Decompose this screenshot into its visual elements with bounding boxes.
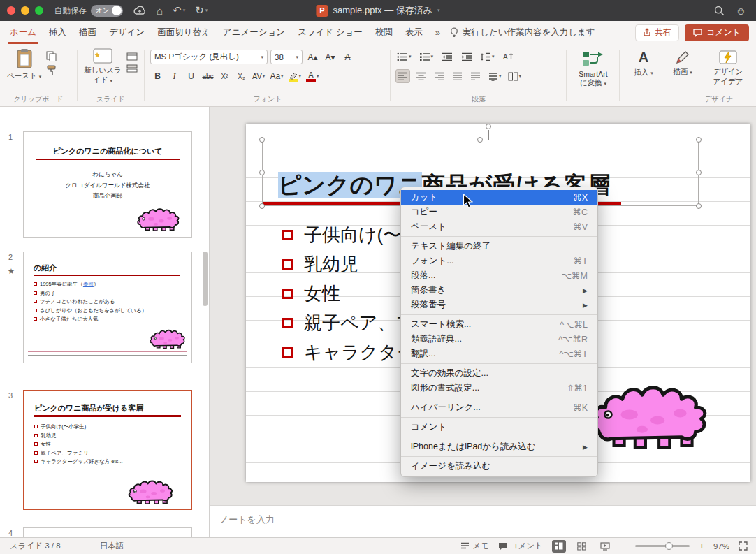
resize-handle-mid-right[interactable] [696, 170, 702, 175]
slide-thumbnail-3-selected[interactable]: ピンクのワニ商品が受ける客層 子供向け(〜小学生) 乳幼児 女性 親子ペア、ファ… [23, 390, 192, 510]
numbering-button[interactable]: ▾ [418, 50, 435, 64]
context-menu-item-format-shape[interactable]: 図形の書式設定...⇧⌘1 [401, 381, 597, 395]
redo-button[interactable]: ↻ ▾ [195, 4, 208, 17]
tab-review[interactable]: 校閲 [375, 21, 393, 44]
context-menu-item-text-effects[interactable]: 文字の効果の設定... [401, 366, 597, 381]
tab-draw[interactable]: 描画 [79, 21, 96, 44]
context-menu-item-import-image[interactable]: イメージを読み込む [401, 459, 597, 474]
grow-font-button[interactable]: A▴ [305, 50, 320, 64]
text-direction-button[interactable]: A [501, 50, 516, 64]
subscript-button[interactable]: X₂ [234, 69, 249, 83]
feedback-smiley-button[interactable]: ☺ [736, 5, 746, 17]
undo-dropdown-caret-icon[interactable]: ▾ [183, 8, 186, 13]
resize-handle-top-center[interactable] [477, 137, 483, 143]
tab-insert[interactable]: 挿入 [49, 21, 66, 44]
slide-section-button[interactable] [126, 64, 138, 73]
character-spacing-button[interactable]: AV▾ [251, 69, 266, 83]
slideshow-view-button[interactable] [598, 540, 612, 553]
underline-button[interactable]: U [184, 69, 198, 83]
zoom-slider-knob[interactable] [665, 542, 673, 550]
change-case-button[interactable]: Aa▾ [268, 69, 284, 83]
context-menu-item-font[interactable]: フォント...⌘T [401, 254, 597, 268]
draw-shape-button[interactable]: 描画 ▾ [665, 50, 700, 77]
convert-to-smartart-button[interactable]: SmartArtに変換 ▾ [570, 50, 616, 88]
resize-handle-bottom-right[interactable] [696, 203, 702, 209]
zoom-slider[interactable] [635, 545, 690, 547]
bold-button[interactable]: B [150, 69, 165, 83]
title-chevron-icon[interactable]: ▾ [437, 8, 440, 13]
context-menu-item-comment[interactable]: コメント [401, 420, 597, 435]
tab-slideshow[interactable]: スライド ショー [298, 21, 363, 44]
autosave-toggle[interactable]: オン [91, 5, 123, 17]
shrink-font-button[interactable]: A▾ [323, 50, 337, 64]
slide-sorter-view-button[interactable] [575, 540, 589, 553]
text-highlight-button[interactable]: ▾ [287, 69, 303, 83]
pink-crocodile-image[interactable] [590, 379, 710, 453]
autosave-control[interactable]: 自動保存 オン [54, 5, 123, 17]
design-ideas-button[interactable]: デザインアイデア [704, 50, 752, 87]
columns-button[interactable]: ▾ [507, 69, 523, 83]
context-menu-item-hyperlink[interactable]: ハイパーリンク...⌘K [401, 400, 597, 415]
distribute-text-button[interactable] [468, 69, 483, 83]
context-menu-item-paragraph[interactable]: 段落...⌥⌘M [401, 268, 597, 283]
reference-link[interactable]: 参照 [83, 281, 94, 287]
thumbnail-scrollbar[interactable] [203, 252, 208, 306]
notes-toggle-button[interactable]: メモ [460, 541, 489, 551]
italic-button[interactable]: I [167, 69, 182, 83]
search-button[interactable] [714, 6, 725, 16]
superscript-button[interactable]: X² [217, 69, 232, 83]
context-menu-item-import-from-iphone-ipad[interactable]: iPhoneまたはiPadから読み込む▶ [401, 439, 597, 454]
resize-handle-top-right[interactable] [696, 137, 702, 143]
increase-indent-button[interactable] [459, 50, 474, 64]
slide-thumbnail-1[interactable]: ピンクのワニの商品化について わにちゃん クロコダイルワールド株式会社 商品企画… [23, 131, 192, 238]
minimize-window-button[interactable] [21, 6, 29, 15]
normal-view-button[interactable] [552, 540, 566, 553]
vertical-align-button[interactable]: ▾ [486, 69, 503, 83]
fit-slide-button[interactable] [739, 541, 748, 551]
context-menu-item-copy[interactable]: コピー⌘C [401, 205, 597, 219]
insert-text-button[interactable]: A 挿入 ▾ [626, 50, 661, 78]
slide-layout-button[interactable] [126, 52, 138, 61]
comments-button[interactable]: コメント [685, 24, 749, 41]
font-size-combobox[interactable]: 38 ▾ [270, 50, 303, 64]
align-right-button[interactable] [432, 69, 446, 83]
undo-button[interactable]: ↶ ▾ [173, 4, 185, 17]
zoom-in-button[interactable]: + [699, 541, 704, 551]
zoom-window-button[interactable] [35, 6, 43, 15]
strikethrough-button[interactable]: abc [201, 69, 215, 83]
zoom-level[interactable]: 97% [713, 542, 729, 551]
zoom-out-button[interactable]: − [621, 541, 627, 551]
font-color-button[interactable]: A ▾ [305, 69, 321, 83]
bullets-button[interactable]: ▾ [395, 50, 413, 64]
context-menu-item-translate[interactable]: 翻訳...^⌥⌘T [401, 347, 597, 361]
tab-view[interactable]: 表示 [405, 21, 423, 44]
decrease-indent-button[interactable] [439, 50, 454, 64]
tab-design[interactable]: デザイン [109, 21, 145, 44]
new-slide-button[interactable]: 新しいスライド ▾ [83, 48, 122, 85]
align-left-button[interactable] [395, 69, 410, 83]
document-title-area[interactable]: P sample.pptx — 保存済み ▾ [316, 0, 439, 21]
language-indicator[interactable]: 日本語 [100, 541, 124, 551]
context-menu-item-smart-lookup[interactable]: スマート検索...^⌥⌘L [401, 317, 597, 332]
context-menu-item-thesaurus[interactable]: 類義語辞典...^⌥⌘R [401, 332, 597, 347]
align-center-button[interactable] [414, 69, 428, 83]
justify-button[interactable] [450, 69, 465, 83]
rotation-handle[interactable] [486, 124, 491, 129]
paste-button[interactable]: ペースト ▾ [7, 48, 41, 81]
comments-toggle-button[interactable]: コメント [498, 541, 543, 551]
tab-overflow-chevron[interactable]: » [435, 21, 440, 44]
line-spacing-button[interactable]: ▾ [479, 50, 496, 64]
clear-formatting-button[interactable]: A [340, 50, 355, 64]
context-menu-item-cut[interactable]: カット⌘X [401, 190, 597, 205]
context-menu-item-paste[interactable]: ペースト⌘V [401, 219, 597, 234]
slide-thumbnail-2[interactable]: の紹介 1995年春に誕生（参照） 男の子 ツチノコといわれたことがある さびし… [23, 252, 192, 363]
resize-handle-top-left[interactable] [259, 137, 265, 143]
tab-transitions[interactable]: 画面切り替え [157, 21, 210, 44]
copy-button[interactable] [46, 51, 57, 61]
context-menu-item-end-text-editing[interactable]: テキスト編集の終了 [401, 239, 597, 254]
font-name-combobox[interactable]: MS Pゴシック (見出し) ▾ [150, 50, 268, 64]
close-window-button[interactable] [7, 6, 15, 15]
tell-me-box[interactable]: 実行したい作業内容を入力します [450, 21, 595, 44]
redo-dropdown-caret-icon[interactable]: ▾ [205, 8, 208, 13]
tab-animations[interactable]: アニメーション [223, 21, 285, 44]
